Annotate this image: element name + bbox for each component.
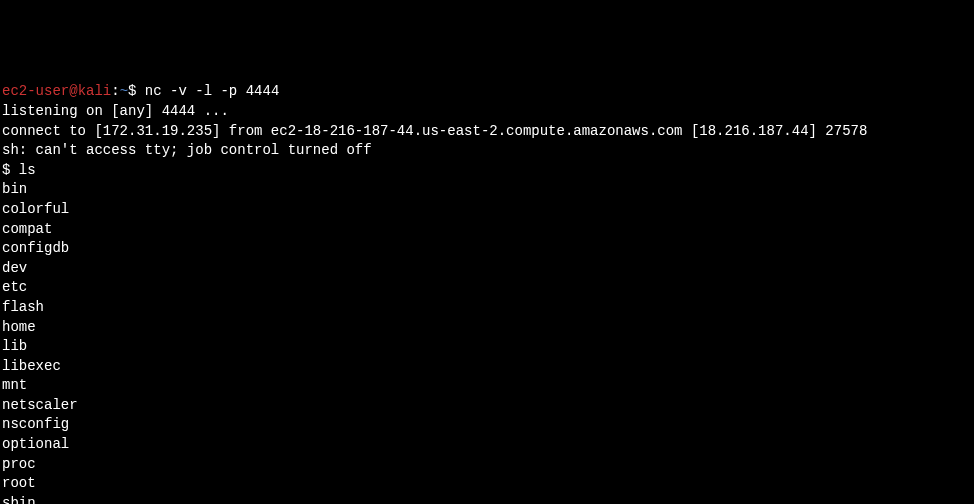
prompt-user: ec2-user <box>2 83 69 99</box>
ls-item: optional <box>2 435 972 455</box>
prompt-tilde: ~ <box>120 83 128 99</box>
prompt-colon: : <box>111 83 119 99</box>
ls-item: mnt <box>2 376 972 396</box>
ls-item: flash <box>2 298 972 318</box>
ls-item: netscaler <box>2 396 972 416</box>
output-listening: listening on [any] 4444 ... <box>2 102 972 122</box>
ls-item: bin <box>2 180 972 200</box>
ls-item: proc <box>2 455 972 475</box>
prompt-at: @ <box>69 83 77 99</box>
ls-item: root <box>2 474 972 494</box>
ls-item: compat <box>2 220 972 240</box>
ls-item: nsconfig <box>2 415 972 435</box>
ls-item: libexec <box>2 357 972 377</box>
ls-item: dev <box>2 259 972 279</box>
shell-prompt: $ <box>2 162 19 178</box>
ls-item: home <box>2 318 972 338</box>
prompt-host: kali <box>78 83 112 99</box>
terminal[interactable]: ec2-user@kali:~$ nc -v -l -p 4444 listen… <box>2 82 972 504</box>
ls-item: lib <box>2 337 972 357</box>
ls-item: etc <box>2 278 972 298</box>
ls-item: colorful <box>2 200 972 220</box>
ls-item: sbin <box>2 494 972 504</box>
prompt-line-1: ec2-user@kali:~$ nc -v -l -p 4444 <box>2 83 279 99</box>
output-shell-msg: sh: can't access tty; job control turned… <box>2 141 972 161</box>
ls-item: configdb <box>2 239 972 259</box>
command-nc: nc -v -l -p 4444 <box>145 83 279 99</box>
output-connect: connect to [172.31.19.235] from ec2-18-2… <box>2 122 972 142</box>
prompt-dollar: $ <box>128 83 145 99</box>
command-ls: ls <box>19 162 36 178</box>
prompt-line-2: $ ls <box>2 162 36 178</box>
